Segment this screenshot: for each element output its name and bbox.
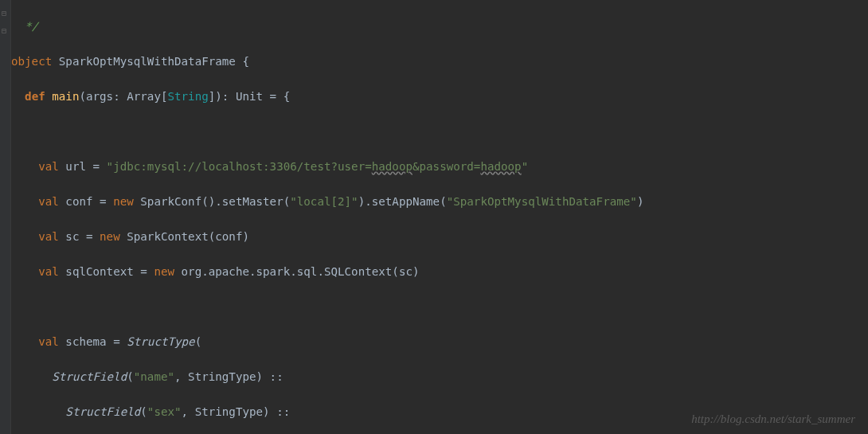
keyword-def: def bbox=[25, 90, 45, 103]
watermark: http://blog.csdn.net/stark_summer bbox=[691, 410, 855, 428]
editor-gutter: ⊟ ⊟ bbox=[0, 0, 11, 434]
code-content[interactable]: */ object SparkOptMysqlWithDataFrame { d… bbox=[0, 0, 868, 434]
object-name: SparkOptMysqlWithDataFrame bbox=[59, 55, 236, 68]
method-main: main bbox=[52, 90, 79, 103]
code-editor[interactable]: ⊟ ⊟ */ object SparkOptMysqlWithDataFrame… bbox=[0, 0, 868, 434]
fold-marker[interactable]: ⊟ bbox=[2, 5, 6, 22]
comment-end: */ bbox=[11, 20, 38, 33]
fold-marker[interactable]: ⊟ bbox=[2, 22, 6, 40]
keyword-object: object bbox=[11, 55, 52, 68]
